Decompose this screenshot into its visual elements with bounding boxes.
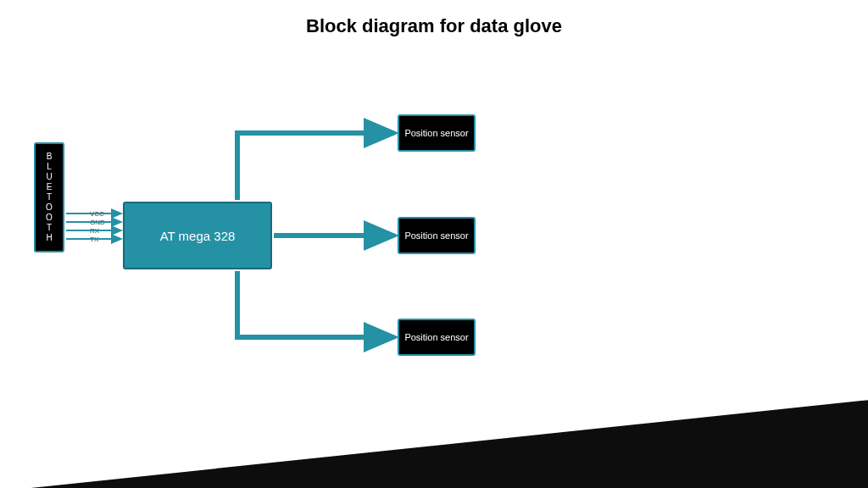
diagram-canvas: Block diagram for data glove B L U E T O… <box>0 0 868 488</box>
footer-dark <box>0 396 868 488</box>
block-sensor-3: Position sensor <box>398 319 476 356</box>
pin-label-rx: RX <box>90 227 99 235</box>
pin-label-vcc: VCC <box>90 210 104 218</box>
pin-label-tx: TX <box>90 236 98 243</box>
sensor-3-label: Position sensor <box>404 332 468 343</box>
block-mcu: AT mega 328 <box>123 202 272 269</box>
bluetooth-label: B L U E T O O T H <box>46 152 53 243</box>
sensor-2-label: Position sensor <box>404 230 468 241</box>
mcu-label: AT mega 328 <box>160 229 236 243</box>
pin-label-gnd: GND <box>90 219 105 226</box>
block-bluetooth: B L U E T O O T H <box>34 142 64 252</box>
block-sensor-2: Position sensor <box>398 217 476 254</box>
sensor-1-label: Position sensor <box>404 128 468 139</box>
page-title: Block diagram for data glove <box>0 15 868 37</box>
block-sensor-1: Position sensor <box>398 114 476 152</box>
